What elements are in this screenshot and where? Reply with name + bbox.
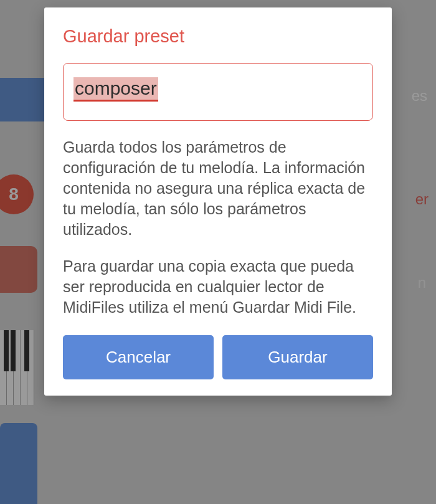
dialog-paragraph-2: Para guardar una copia exacta que pueda … (63, 256, 373, 318)
dialog-button-row: Cancelar Guardar (63, 335, 373, 379)
preset-name-input[interactable]: composer (63, 63, 373, 121)
save-button[interactable]: Guardar (222, 335, 373, 379)
cancel-button[interactable]: Cancelar (63, 335, 214, 379)
dialog-title: Guardar preset (63, 26, 373, 47)
preset-name-value[interactable]: composer (73, 77, 158, 102)
save-preset-dialog: Guardar preset composer Guarda todos los… (44, 7, 392, 396)
dialog-body: Guarda todos los parámetros de configura… (63, 137, 373, 318)
dialog-paragraph-1: Guarda todos los parámetros de configura… (63, 137, 373, 240)
